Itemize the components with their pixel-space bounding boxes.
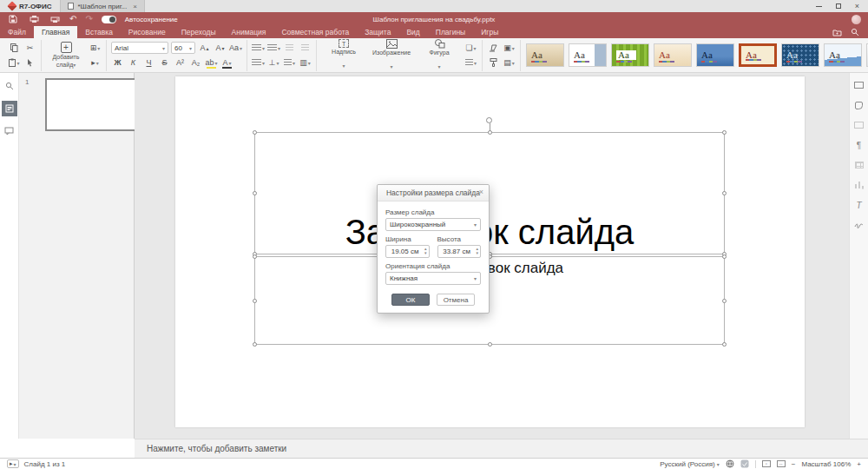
tab-view[interactable]: Вид [398,26,427,38]
spellcheck-icon[interactable] [740,459,749,468]
slides-panel-icon[interactable] [2,101,17,116]
line-spacing-icon[interactable] [283,56,296,69]
resize-handle[interactable] [722,342,727,347]
font-color-button[interactable]: A [220,56,233,69]
width-input[interactable]: 19.05 см ▴▾ [385,245,430,258]
set-language-icon[interactable] [726,459,734,468]
fit-slide-icon[interactable]: ▫ [762,460,771,467]
resize-handle[interactable] [253,299,257,303]
insert-textbox-button[interactable]: T Надпись [321,41,366,70]
open-location-icon[interactable] [832,29,842,36]
chart-settings-panel-icon[interactable] [854,180,865,190]
tab-transitions[interactable]: Переходы [174,26,224,38]
select-icon[interactable] [23,56,36,69]
italic-button[interactable]: К [127,56,140,69]
minimize-icon[interactable] [816,6,822,7]
paragraph-settings-panel-icon[interactable]: ¶ [854,140,865,150]
zoom-out-button[interactable]: − [792,460,796,468]
save-icon[interactable] [7,14,19,24]
slide-size-select[interactable]: Широкоэкранный [385,218,481,231]
app-menu-button[interactable]: R7-ОФИС [0,0,60,12]
bullets-icon[interactable] [252,42,265,54]
theme-thumbnail-blue[interactable]: Aa [696,43,734,67]
resize-handle[interactable] [722,254,727,259]
tab-protection[interactable]: Защита [357,26,398,38]
tab-collaboration[interactable]: Совместная работа [273,26,357,38]
copy-icon[interactable] [8,42,21,54]
slide-settings-panel-icon[interactable] [854,80,865,90]
theme-thumbnail-light-blue[interactable]: Aa [824,43,862,67]
tab-file[interactable]: Файл [0,26,34,38]
theme-thumbnail-dark-blue-dots[interactable]: Aa [781,43,819,67]
search-icon[interactable] [851,28,859,36]
align-shape-icon[interactable] [464,56,477,69]
arrange-shape-icon[interactable]: ❏ [464,42,477,54]
cut-icon[interactable]: ✂ [23,42,36,54]
resize-handle[interactable] [488,342,492,347]
dialog-close-icon[interactable]: × [479,188,483,196]
insert-shape-button[interactable]: Фигура [417,41,462,70]
redo-icon[interactable]: ↷ [85,15,92,23]
language-select[interactable]: Русский (Россия) [660,460,719,468]
preview-slide-icon[interactable]: ▸ [89,56,102,69]
zoom-in-button[interactable]: + [857,460,861,468]
ok-button[interactable]: ОК [391,294,430,306]
resize-handle[interactable] [722,299,727,303]
tab-insert[interactable]: Вставка [77,26,121,38]
theme-thumbnail-cream[interactable]: Aa [654,43,692,67]
subscript-button[interactable]: A₂ [189,56,202,69]
horizontal-align-icon[interactable] [252,56,265,69]
autosave-toggle[interactable] [102,16,116,23]
dialog-header[interactable]: Настройки размера слайда × [378,185,489,201]
increase-indent-icon[interactable] [299,42,312,54]
slide-size-icon[interactable]: ▤ [503,56,516,69]
title-placeholder[interactable]: Заголовок слайда [254,132,725,254]
spinner-arrows[interactable]: ▴▾ [424,247,427,255]
resize-handle[interactable] [488,130,492,135]
cancel-button[interactable]: Отмена [437,294,475,306]
resize-handle[interactable] [253,254,257,259]
close-window-icon[interactable]: × [855,3,859,10]
textart-settings-panel-icon[interactable]: Т [854,200,865,210]
tab-home[interactable]: Главная [34,26,77,38]
resize-handle[interactable] [722,191,727,195]
find-icon[interactable] [2,78,17,94]
subtitle-placeholder[interactable]: Подзаголовок слайда [254,256,725,345]
theme-thumbnail-green[interactable]: Aa [611,43,649,67]
tab-plugins[interactable]: Плагины [428,26,473,38]
user-avatar[interactable] [852,15,861,24]
spinner-arrows[interactable]: ▴▾ [476,247,478,255]
resize-handle[interactable] [253,342,257,347]
editor-canvas[interactable]: Заголовок слайда Подзаголовок слайда [135,73,849,439]
copy-style-icon[interactable] [487,56,500,69]
highlight-color-button[interactable]: ab [205,56,218,69]
theme-thumbnail-red-frame[interactable]: Aa [739,43,777,67]
insert-image-button[interactable]: Изображение [369,41,414,70]
restore-icon[interactable] [836,3,841,9]
strikethrough-button[interactable]: S [158,56,171,69]
notes-area[interactable]: Нажмите, чтобы добавить заметки [135,439,868,458]
document-tab[interactable]: *Шаблон приг... × [60,0,145,12]
resize-handle[interactable] [722,130,727,135]
increase-font-icon[interactable]: A▴ [198,42,211,54]
comments-icon[interactable] [2,123,17,139]
numbering-icon[interactable] [267,42,280,54]
add-slide-button[interactable]: + Добавить слайд [46,41,86,70]
change-layout-icon[interactable]: ⊞ [89,42,102,54]
quick-print-icon[interactable] [49,14,61,24]
print-icon[interactable] [28,14,40,24]
fit-width-icon[interactable]: ↔ [777,460,786,467]
image-settings-panel-icon[interactable] [854,120,865,130]
superscript-button[interactable]: A² [174,56,187,69]
zoom-value[interactable]: Масштаб 106% [801,460,851,468]
tab-animation[interactable]: Анимация [224,26,274,38]
vertical-align-icon[interactable]: ⊥ [267,56,280,69]
bold-button[interactable]: Ж [111,56,124,69]
font-name-select[interactable]: Arial [111,42,168,54]
theme-thumbnail-sand[interactable]: Aa [526,43,564,67]
table-settings-panel-icon[interactable] [854,160,865,170]
tab-draw[interactable]: Рисование [121,26,174,38]
resize-handle[interactable] [253,130,257,135]
tab-games[interactable]: Игры [473,26,506,38]
resize-handle[interactable] [253,191,257,195]
